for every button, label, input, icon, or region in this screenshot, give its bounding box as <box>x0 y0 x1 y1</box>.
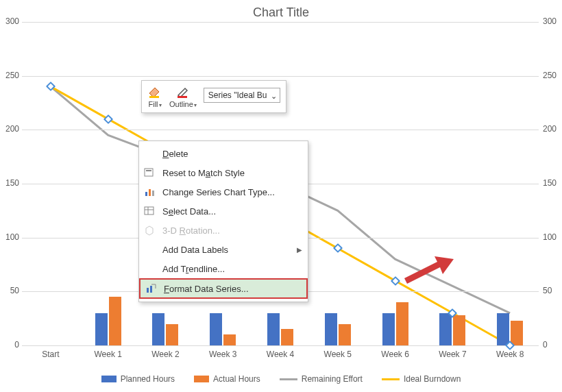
bar-actual[interactable] <box>511 321 523 345</box>
gridline <box>22 345 539 346</box>
bar-planned[interactable] <box>325 313 337 345</box>
legend-label: Remaining Effort <box>302 374 363 384</box>
series-selector-value: Series "Ideal Bu <box>208 90 267 100</box>
fill-label: Fill▾ <box>148 100 161 108</box>
y-tick-right: 200 <box>543 124 562 134</box>
x-tick-label: Week 7 <box>424 350 481 359</box>
y-tick-left: 50 <box>0 286 19 295</box>
menu-item-change-type[interactable]: Change Series Chart Type... <box>139 182 308 201</box>
bar-planned[interactable] <box>152 313 164 345</box>
bar-actual[interactable] <box>339 324 351 345</box>
bar-planned[interactable] <box>382 313 395 345</box>
menu-label: Add Data Labels <box>162 245 290 255</box>
x-tick-label: Week 4 <box>252 350 309 359</box>
y-tick-left: 100 <box>0 232 19 242</box>
submenu-arrow-icon: ▶ <box>297 246 302 254</box>
legend-label: Planned Hours <box>121 374 175 384</box>
menu-item-select-data[interactable]: Select Data... <box>139 201 308 221</box>
y-tick-left: 250 <box>0 71 19 80</box>
y-tick-right: 300 <box>543 16 562 26</box>
bar-planned[interactable] <box>210 313 222 345</box>
legend-item-planned[interactable]: Planned Hours <box>101 374 175 384</box>
y-tick-left: 200 <box>0 124 19 134</box>
context-menu: Delete Reset to Match Style Change Serie… <box>138 140 308 302</box>
menu-label: 3-D Rotation... <box>162 225 302 236</box>
bar-actual[interactable] <box>281 329 293 345</box>
chevron-down-icon: ⌄ <box>271 92 277 101</box>
legend-item-ideal[interactable]: Ideal Burndown <box>382 374 461 384</box>
chart-title: Chart Title <box>0 0 562 20</box>
series-selector[interactable]: Series "Ideal Bu ⌄ <box>204 88 280 103</box>
x-tick-label: Week 6 <box>367 350 424 359</box>
gridline <box>22 22 539 23</box>
y-tick-right: 0 <box>543 340 562 350</box>
menu-label: Format Data Series... <box>164 284 301 294</box>
menu-label: Delete <box>162 149 302 159</box>
svg-rect-3 <box>146 170 151 171</box>
swatch-icon <box>194 376 209 382</box>
y-tick-right: 100 <box>543 232 562 242</box>
cube-icon <box>143 224 156 236</box>
bar-actual[interactable] <box>166 324 178 345</box>
svg-rect-4 <box>145 192 147 196</box>
bar-planned[interactable] <box>267 313 280 345</box>
pen-icon <box>175 85 191 99</box>
x-axis: StartWeek 1Week 2Week 3Week 4Week 5Week … <box>22 350 539 359</box>
bar-planned[interactable] <box>95 313 108 345</box>
reset-style-icon <box>143 167 156 179</box>
svg-rect-11 <box>150 286 152 293</box>
bar-planned[interactable] <box>439 313 452 345</box>
x-tick-label: Start <box>22 350 80 359</box>
x-tick-label: Week 5 <box>309 350 367 359</box>
x-tick-label: Week 3 <box>194 350 252 359</box>
callout-arrow-icon <box>400 254 454 284</box>
menu-item-add-labels[interactable]: Add Data Labels ▶ <box>139 240 308 259</box>
y-tick-right: 150 <box>543 178 562 188</box>
bar-planned[interactable] <box>497 313 509 345</box>
menu-item-3d-rotation: 3-D Rotation... <box>139 221 308 240</box>
menu-item-delete[interactable]: Delete <box>139 144 308 163</box>
format-series-icon <box>145 282 157 295</box>
mini-toolbar: Fill▾ Outline▾ Series "Ideal Bu ⌄ <box>141 80 286 113</box>
bar-actual[interactable] <box>109 297 121 345</box>
chart-type-icon <box>143 186 156 198</box>
bar-actual[interactable] <box>223 334 236 345</box>
svg-rect-2 <box>145 169 153 176</box>
swatch-icon <box>280 378 297 380</box>
y-tick-right: 50 <box>543 286 562 295</box>
legend-item-actual[interactable]: Actual Hours <box>194 374 260 384</box>
swatch-icon <box>101 376 117 382</box>
blank-icon <box>143 147 156 160</box>
menu-item-format-series[interactable]: Format Data Series... <box>139 278 308 299</box>
x-tick-label: Week 2 <box>137 350 195 359</box>
y-tick-left: 0 <box>0 340 19 350</box>
legend-item-remaining[interactable]: Remaining Effort <box>280 374 363 384</box>
y-tick-left: 150 <box>0 178 19 188</box>
paint-bucket-icon <box>147 85 162 99</box>
svg-rect-5 <box>149 189 151 196</box>
fill-button[interactable]: Fill▾ <box>147 85 162 108</box>
menu-item-add-trendline[interactable]: Add Trendline... <box>139 259 308 278</box>
legend-label: Actual Hours <box>213 374 260 384</box>
swatch-icon <box>382 378 400 380</box>
x-tick-label: Week 1 <box>80 350 137 359</box>
gridline <box>22 76 539 77</box>
bar-actual[interactable] <box>453 315 465 345</box>
svg-rect-10 <box>147 288 149 293</box>
y-tick-right: 250 <box>543 71 562 80</box>
outline-button[interactable]: Outline▾ <box>169 85 197 108</box>
menu-label: Add Trendline... <box>162 264 302 274</box>
svg-rect-7 <box>145 207 154 215</box>
svg-rect-0 <box>149 96 159 98</box>
x-tick-label: Week 8 <box>481 350 539 359</box>
outline-label: Outline▾ <box>169 100 197 108</box>
svg-rect-1 <box>178 96 187 98</box>
legend-label: Ideal Burndown <box>404 374 461 384</box>
menu-label: Reset to Match Style <box>162 168 302 178</box>
blank-icon <box>143 243 156 256</box>
menu-label: Select Data... <box>162 206 302 217</box>
bar-actual[interactable] <box>396 302 408 345</box>
menu-item-reset[interactable]: Reset to Match Style <box>139 163 308 182</box>
svg-rect-6 <box>152 191 154 196</box>
y-tick-left: 300 <box>0 16 19 26</box>
